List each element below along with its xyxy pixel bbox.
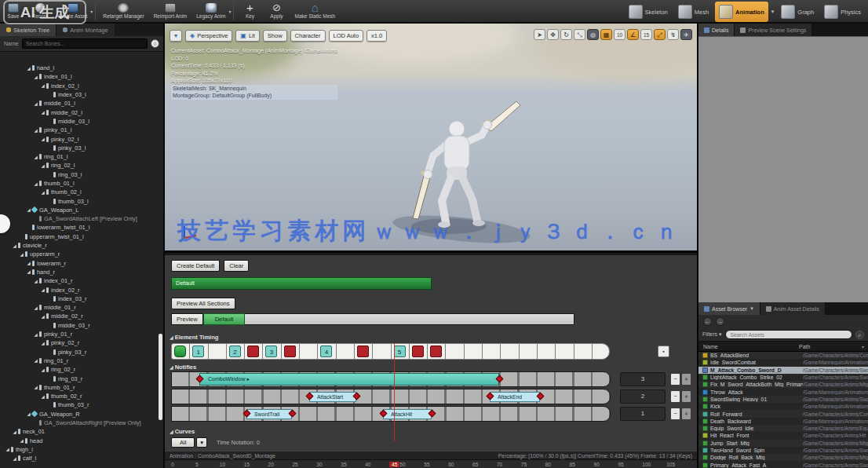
tree-row-thumb-01-r[interactable]: ◢thumb_01_r (0, 383, 163, 392)
expander-icon[interactable]: ◢ (40, 341, 46, 346)
tree-row-middle-03-r[interactable]: middle_03_r (0, 321, 163, 330)
timing-cell-15[interactable] (445, 343, 463, 360)
asset-row-bs-attackblend[interactable]: BS_AttackBlend/Game/Characters/Anims/Com… (698, 352, 868, 359)
curves-filter-dropdown[interactable]: All (171, 437, 195, 448)
column-name[interactable]: Name (698, 344, 799, 349)
tree-row-ring-02-l[interactable]: ◢ring_02_l (0, 161, 163, 170)
mode-tab-graph[interactable]: Graph (777, 2, 818, 22)
expander-icon[interactable]: ◢ (33, 181, 38, 186)
frame-ruler[interactable]: 0510152025303540455055606570758085909510… (165, 459, 697, 468)
preview-section-chip[interactable]: Default (203, 313, 246, 325)
expander-icon[interactable]: ◢ (26, 269, 31, 274)
expander-icon[interactable]: ◢ (40, 83, 46, 88)
tree-row-pinky-02-l[interactable]: ◢pinky_02_l (0, 134, 163, 143)
tree-row-pinky-01-r[interactable]: ◢pinky_01_r (0, 330, 163, 338)
notify-marker-red[interactable] (284, 346, 296, 357)
rotate-tool[interactable]: ↻ (560, 29, 572, 40)
asset-row-dodge-roll-back-mtg[interactable]: Dodge_Roll_Back_Mtg/Game/Characters/Anim… (698, 454, 868, 461)
timing-cell-19[interactable] (519, 343, 537, 360)
notify-marker-numbered[interactable]: 4 (320, 346, 332, 357)
notify-attackhit[interactable]: AttackHit (383, 409, 432, 419)
tree-row-index-02-l[interactable]: ◢index_02_l (0, 82, 163, 90)
mode-tab-animation[interactable]: Animation (715, 2, 768, 22)
tree-row-index-01-l[interactable]: ◢index_01_l (0, 72, 163, 81)
tree-row-ring-01-r[interactable]: ◢ring_01_r (0, 356, 163, 365)
track-add-button[interactable]: ＋ (681, 408, 691, 420)
frame-tick-60[interactable]: 60 (448, 462, 472, 467)
toolbar-button-record[interactable]: Record (27, 0, 53, 22)
frame-tick-45[interactable]: 45 (389, 462, 399, 467)
timeline-playhead[interactable] (394, 343, 395, 441)
frame-tick-55[interactable]: 55 (424, 462, 448, 467)
tree-row-middle-01-l[interactable]: ◢middle_01_l (0, 99, 163, 108)
notify-state-combowindow[interactable]: ComboWindow ▸ (199, 373, 499, 386)
tree-row-pinky-03-l[interactable]: pinky_03_l (0, 144, 163, 152)
tree-row-foot-l[interactable]: foot_l (0, 463, 163, 465)
frame-tick-35[interactable]: 35 (341, 462, 365, 467)
notify-marker-red[interactable] (412, 346, 424, 357)
track-add-button[interactable]: ＋ (681, 390, 691, 403)
expander-icon[interactable]: ◢ (33, 128, 38, 133)
tree-row-thumb-02-r[interactable]: ◢thumb_02_r (0, 392, 163, 400)
timing-cell-17[interactable] (482, 343, 500, 360)
expander-icon[interactable]: ◢ (33, 75, 38, 79)
tree-row-neck-01[interactable]: ◢neck_01 (0, 427, 163, 436)
rotation-snap-toggle[interactable]: ∠ (627, 29, 639, 40)
timing-cell-20[interactable] (537, 343, 555, 360)
viewport-button-character[interactable]: Character (290, 30, 326, 42)
tab-anim-montage[interactable]: Anim Montage (57, 24, 115, 36)
toolbar-button-save[interactable]: Save (0, 0, 27, 22)
timing-cell-13[interactable] (409, 343, 427, 360)
rotation-snap-value[interactable]: 15 (640, 29, 652, 40)
asset-row-twohand-sword-spin[interactable]: TwoHand_Sword_Spin/Game/Characters/Anims… (698, 447, 868, 454)
notify-attackstart[interactable]: AttackStart (309, 392, 356, 402)
tree-row-thumb-03-r[interactable]: thumb_03_r (0, 400, 163, 409)
tree-row-clavicle-r[interactable]: ◢clavicle_r (0, 241, 163, 250)
frame-tick-20[interactable]: 20 (268, 462, 293, 467)
toolbar-button-create-asset[interactable]: Create Asset (53, 0, 92, 22)
asset-row-hit-react-front[interactable]: Hit_React_Front/Game/Characters/Anims/Hi… (698, 432, 868, 439)
expander-icon[interactable]: ◢ (19, 252, 24, 257)
timing-cell-16[interactable] (464, 343, 482, 360)
notify-attackend[interactable]: AttackEnd (490, 392, 540, 402)
asset-row-equip-sword-idle[interactable]: Equip_Sword_Idle/Game/Characters/Anims/E… (698, 425, 868, 432)
viewport-button-perspective[interactable]: ◈Perspective (185, 30, 232, 42)
expander-icon[interactable]: ◢ (19, 438, 24, 443)
tree-row-index-01-r[interactable]: ◢index_01_r (0, 276, 163, 285)
notify-marker-numbered[interactable]: 5 (394, 346, 406, 357)
expander-icon[interactable]: ◢ (40, 314, 46, 319)
tree-row-ga-swordattachright-preview-only[interactable]: GA_SwordAttachRight [Preview Only] (0, 419, 163, 427)
camera-speed[interactable]: ✈ (680, 29, 692, 40)
notifies-header[interactable]: ◢Notifies (170, 364, 196, 371)
notify-marker-numbered[interactable]: 3 (265, 346, 277, 357)
frame-tick-40[interactable]: 40 (365, 462, 389, 467)
tree-row-thigh-l[interactable]: ◢thigh_l (0, 445, 163, 454)
curves-header[interactable]: ◢Curves (170, 428, 195, 435)
track-add-button[interactable]: ＋ (681, 373, 691, 386)
expander-icon[interactable]: ◢ (12, 243, 17, 248)
expander-icon[interactable]: ◢ (40, 287, 46, 292)
curves-filter-caret[interactable]: ▾ (196, 437, 207, 448)
expander-icon[interactable]: ◢ (26, 261, 31, 265)
mode-caret-icon[interactable]: ▾ (771, 9, 775, 15)
toolbar-button-key[interactable]: +Key (236, 0, 263, 22)
history-back-button[interactable]: ← (703, 317, 712, 326)
element-timing-header[interactable]: ◢Element Timing (170, 334, 218, 341)
frame-tick-0[interactable]: 0 (171, 462, 195, 467)
expander-icon[interactable]: ◢ (33, 155, 38, 159)
viewport-button-[interactable]: ▾ (170, 30, 182, 42)
expander-icon[interactable]: ◢ (5, 447, 10, 452)
bone-search-input[interactable] (22, 38, 148, 49)
toolbar-button-make-static-mesh[interactable]: ⌂Make Static Mesh (290, 0, 340, 22)
tree-row-ring-01-l[interactable]: ◢ring_01_l (0, 152, 163, 161)
create-default-button[interactable]: Create Default (171, 260, 220, 272)
tab-anim-asset-details[interactable]: Anim Asset Details (760, 302, 826, 315)
tree-row-index-03-l[interactable]: index_03_l (0, 90, 163, 99)
expander-icon[interactable]: ◢ (33, 279, 38, 283)
asset-row-throw-attack[interactable]: Throw_Attack/Game/Mannequin/Animations (698, 388, 868, 395)
frame-tick-90[interactable]: 90 (593, 462, 618, 467)
clear-button[interactable]: Clear (224, 260, 249, 272)
tree-row-middle-01-r[interactable]: ◢middle_01_r (0, 303, 163, 312)
asset-row-roll-forward[interactable]: Roll_Forward/Game/Characters/Anims/Core (698, 410, 868, 417)
timing-cell-2[interactable] (208, 343, 226, 360)
